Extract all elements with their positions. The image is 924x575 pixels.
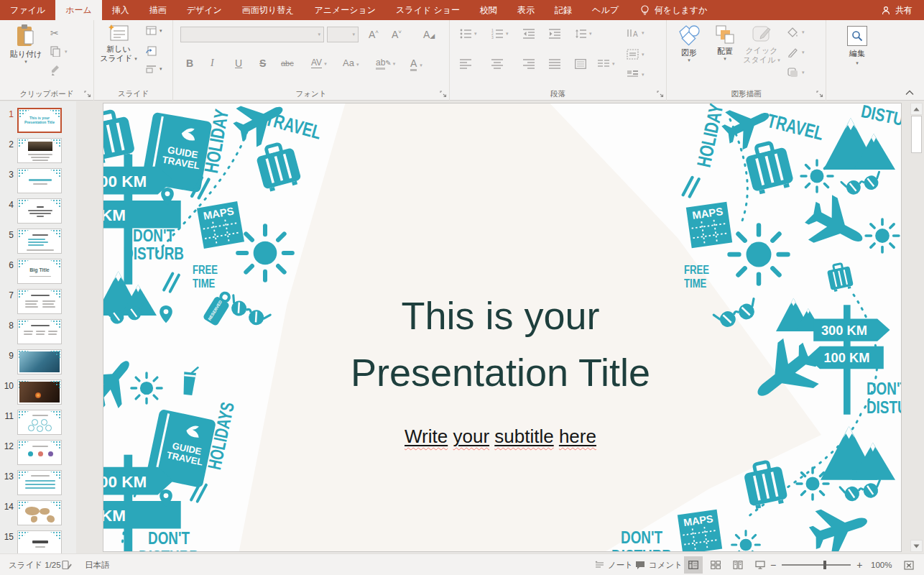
tab-file[interactable]: ファイル [0,0,55,20]
bullets-button[interactable]: ▾ [460,29,477,39]
font-dialog-launcher[interactable] [440,91,447,98]
new-slide-button[interactable]: 新しい スライド▾ [98,24,139,63]
slide-thumbnail-7[interactable]: 7 [0,289,76,314]
quick-styles-button[interactable]: クイック スタイル▾ [743,24,780,65]
clipboard-dialog-launcher[interactable] [84,91,91,98]
spell-check-status[interactable] [62,554,72,575]
convert-to-smartart-button[interactable]: ▾ [627,69,645,80]
change-case-button[interactable]: Aa▾ [343,58,359,68]
copy-button[interactable]: ▾ [50,46,68,57]
tab-record[interactable]: 記録 [545,0,582,20]
tab-view[interactable]: 表示 [507,0,545,20]
columns-layout-button[interactable] [575,59,586,69]
highlight-button[interactable]: ab✎▾ [376,58,395,68]
format-painter-button[interactable] [50,65,61,75]
slide-thumbnail-14[interactable]: 14 [0,500,76,525]
tab-slideshow[interactable]: スライド ショー [386,0,470,20]
align-text-button[interactable]: ▾ [627,49,645,60]
editing-button[interactable]: 編集 ▾ [841,26,874,66]
slide-thumbnail-8[interactable]: 8 [0,319,76,344]
slide-thumbnail-2[interactable]: 2 [0,138,76,163]
bold-button[interactable]: B [186,58,193,69]
slide-thumbnail-9[interactable]: 9 [0,349,76,374]
slide-counter[interactable]: スライド 1/25 [9,554,61,575]
font-size-combobox[interactable]: ▾ [327,27,359,42]
vertical-scrollbar[interactable] [910,103,923,552]
shape-outline-button[interactable]: ▾ [787,47,805,58]
slide-thumbnail-3[interactable]: 3 [0,168,76,193]
share-button[interactable]: 共有 [870,0,924,20]
slide-sorter-view-button[interactable] [706,556,725,574]
normal-view-button[interactable] [684,556,703,574]
zoom-level[interactable]: 100% [871,554,892,575]
tab-draw[interactable]: 描画 [139,0,177,20]
language-status[interactable]: 日本語 [85,554,110,575]
grow-font-button[interactable]: A˄ [369,29,379,40]
justify-button[interactable] [549,59,560,69]
increase-indent-button[interactable] [549,29,560,39]
tab-review[interactable]: 校閲 [470,0,507,20]
section-button[interactable]: ▾ [146,65,162,73]
scroll-up-arrow[interactable] [910,103,923,115]
character-spacing-button[interactable]: AV▾ [311,58,327,68]
line-spacing-button[interactable]: ▾ [575,29,592,39]
tab-transitions[interactable]: 画面切り替え [232,0,305,20]
slide-thumbnail-1[interactable]: 1 This is your Presentation Title [0,108,76,133]
cut-button[interactable]: ✂ [50,27,59,39]
slide-thumbnail-4[interactable]: 4 [0,198,76,224]
columns-button[interactable]: ▾ [598,59,615,69]
tab-design[interactable]: デザイン [177,0,232,20]
strike-abc-button[interactable]: abc [281,59,294,68]
reset-slide-button[interactable] [146,46,157,56]
slide-thumbnail-12[interactable]: 12 [0,440,76,465]
slide-layout-button[interactable]: ▾ [146,26,162,35]
shrink-font-button[interactable]: A˅ [392,29,402,40]
tab-animations[interactable]: アニメーション [304,0,386,20]
slide-title-textbox[interactable]: This is your Presentation Title [312,288,689,401]
align-right-button[interactable] [523,59,535,69]
notes-button[interactable]: ノート [595,554,633,575]
slide-thumbnail-11[interactable]: 11 [0,410,76,435]
clear-formatting-button[interactable]: A◢ [423,29,435,40]
zoom-slider[interactable] [782,564,851,566]
reading-view-button[interactable] [729,556,747,574]
tab-home[interactable]: ホーム [55,0,102,20]
underline-button[interactable]: U [235,58,242,69]
slide-thumbnail-5[interactable]: 5 [0,229,76,254]
shape-fill-button[interactable]: ▾ [787,27,805,37]
slide-thumbnail-10[interactable]: 10 [0,380,76,405]
italic-button[interactable]: I [211,58,214,69]
scroll-down-arrow[interactable] [910,540,923,552]
slide-thumbnail-13[interactable]: 13 [0,470,76,495]
scrollbar-thumb[interactable] [911,116,922,153]
slide-thumbnail-6[interactable]: 6 Big Title [0,259,76,284]
font-name-combobox[interactable]: ▾ [180,27,324,42]
text-direction-button[interactable]: A ▾ [627,27,645,38]
comments-button[interactable]: コメント [635,554,683,575]
paste-button[interactable]: 貼り付け ▾ [9,24,43,65]
tab-help[interactable]: ヘルプ [582,0,629,20]
paragraph-dialog-launcher[interactable] [657,91,664,98]
collapse-ribbon-button[interactable] [905,90,914,96]
align-center-button[interactable] [491,59,503,69]
font-color-button[interactable]: A▾ [410,58,422,69]
shapes-button[interactable]: 図形 ▾ [673,24,706,63]
fit-slide-button[interactable] [904,554,914,575]
tell-me-search[interactable]: 何をしますか [640,0,707,20]
slideshow-view-button[interactable] [751,556,770,574]
slide-1-canvas[interactable]: MAPS GUIDE TRAVEL [103,103,902,552]
zoom-in-button[interactable]: + [856,559,862,571]
slide-thumbnail-15[interactable]: 15 [0,530,76,553]
arrange-button[interactable]: 配置 ▾ [708,24,741,62]
drawing-dialog-launcher[interactable] [816,91,823,98]
slide-editing-canvas[interactable]: MAPS GUIDE TRAVEL [76,101,924,553]
align-left-button[interactable] [460,59,471,69]
strikethrough-button[interactable]: S [259,58,266,69]
zoom-out-button[interactable]: − [770,559,776,571]
tab-insert[interactable]: 挿入 [102,0,139,20]
decrease-indent-button[interactable] [523,29,535,39]
shape-effects-button[interactable]: ▾ [787,68,805,78]
zoom-slider-thumb[interactable] [823,561,826,569]
numbering-button[interactable]: 123 ▾ [491,29,509,39]
slide-subtitle-textbox[interactable]: Write your subtitle here [312,426,689,448]
